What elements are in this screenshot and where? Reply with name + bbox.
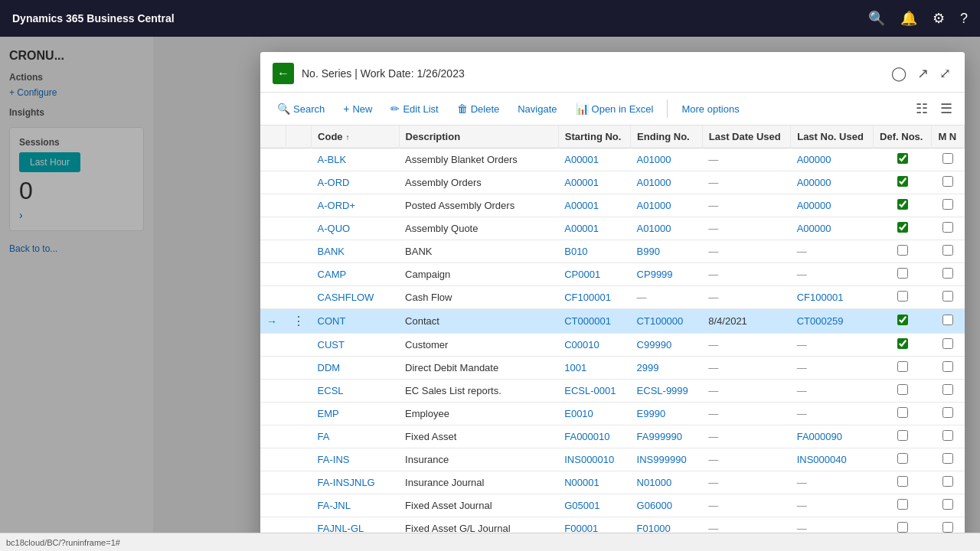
table-row[interactable]: → ⋮ CONT Contact CT000001 CT100000 8/4/2… bbox=[260, 309, 965, 334]
col-header-last-no-used[interactable]: Last No. Used bbox=[791, 126, 874, 148]
col-header-m[interactable]: M N bbox=[932, 126, 965, 148]
m-checkbox[interactable] bbox=[942, 476, 953, 487]
row-code[interactable]: A-QUO bbox=[312, 217, 399, 240]
row-m[interactable] bbox=[932, 403, 965, 425]
def-nos-checkbox[interactable] bbox=[897, 361, 908, 372]
row-m[interactable] bbox=[932, 448, 965, 471]
def-nos-checkbox[interactable] bbox=[897, 153, 908, 164]
m-checkbox[interactable] bbox=[942, 384, 953, 395]
col-header-def-nos[interactable]: Def. Nos. bbox=[874, 126, 932, 148]
row-code[interactable]: DDM bbox=[312, 357, 399, 380]
m-checkbox[interactable] bbox=[942, 338, 953, 349]
row-code[interactable]: EMP bbox=[312, 403, 399, 425]
table-row[interactable]: CUST Customer C00010 C99990 — — bbox=[260, 334, 965, 357]
def-nos-checkbox[interactable] bbox=[897, 315, 908, 325]
search-button[interactable]: 🔍 Search bbox=[270, 99, 332, 119]
more-options-button[interactable]: More options bbox=[674, 99, 746, 119]
help-icon[interactable]: ? bbox=[960, 11, 968, 27]
table-row[interactable]: A-ORD+ Posted Assembly Orders A00001 A01… bbox=[260, 194, 965, 217]
row-def-nos[interactable] bbox=[874, 494, 932, 517]
row-code[interactable]: BANK bbox=[312, 240, 399, 263]
row-def-nos[interactable] bbox=[874, 357, 932, 380]
m-checkbox[interactable] bbox=[942, 430, 953, 441]
table-row[interactable]: CAMP Campaign CP0001 CP9999 — — bbox=[260, 263, 965, 286]
row-def-nos[interactable] bbox=[874, 194, 932, 217]
row-m[interactable] bbox=[932, 309, 965, 334]
row-code[interactable]: CONT bbox=[312, 309, 399, 334]
delete-button[interactable]: 🗑 Delete bbox=[449, 99, 508, 119]
row-m[interactable] bbox=[932, 286, 965, 309]
col-header-description[interactable]: Description bbox=[399, 126, 558, 148]
def-nos-checkbox[interactable] bbox=[897, 522, 908, 533]
m-checkbox[interactable] bbox=[942, 222, 953, 233]
row-code[interactable]: FA bbox=[312, 425, 399, 448]
expand-icon[interactable]: ⤢ bbox=[938, 64, 952, 83]
def-nos-checkbox[interactable] bbox=[897, 268, 908, 279]
m-checkbox[interactable] bbox=[942, 245, 953, 256]
row-code[interactable]: CUST bbox=[312, 334, 399, 357]
table-row[interactable]: EMP Employee E0010 E9990 — — bbox=[260, 403, 965, 425]
m-checkbox[interactable] bbox=[942, 291, 953, 302]
row-m[interactable] bbox=[932, 471, 965, 494]
row-def-nos[interactable] bbox=[874, 425, 932, 448]
row-m[interactable] bbox=[932, 217, 965, 240]
def-nos-checkbox[interactable] bbox=[897, 384, 908, 395]
def-nos-checkbox[interactable] bbox=[897, 453, 908, 464]
row-def-nos[interactable] bbox=[874, 380, 932, 403]
col-header-last-date-used[interactable]: Last Date Used bbox=[702, 126, 790, 148]
m-checkbox[interactable] bbox=[942, 315, 953, 325]
def-nos-checkbox[interactable] bbox=[897, 430, 908, 441]
row-code[interactable]: FA-INS bbox=[312, 448, 399, 471]
def-nos-checkbox[interactable] bbox=[897, 476, 908, 487]
bookmark-icon[interactable]: ◯ bbox=[890, 64, 908, 83]
m-checkbox[interactable] bbox=[942, 268, 953, 279]
row-m[interactable] bbox=[932, 240, 965, 263]
row-def-nos[interactable] bbox=[874, 171, 932, 194]
row-m[interactable] bbox=[932, 263, 965, 286]
row-def-nos[interactable] bbox=[874, 471, 932, 494]
def-nos-checkbox[interactable] bbox=[897, 245, 908, 256]
row-code[interactable]: FA-JNL bbox=[312, 494, 399, 517]
row-def-nos[interactable] bbox=[874, 217, 932, 240]
modal-back-button[interactable]: ← bbox=[273, 63, 294, 84]
m-checkbox[interactable] bbox=[942, 522, 953, 533]
table-row[interactable]: A-BLK Assembly Blanket Orders A00001 A01… bbox=[260, 148, 965, 171]
m-checkbox[interactable] bbox=[942, 176, 953, 187]
popout-icon[interactable]: ↗ bbox=[916, 64, 930, 83]
row-code[interactable]: CAMP bbox=[312, 263, 399, 286]
row-def-nos[interactable] bbox=[874, 148, 932, 171]
def-nos-checkbox[interactable] bbox=[897, 222, 908, 233]
open-excel-button[interactable]: 📊 Open in Excel bbox=[568, 99, 662, 119]
search-icon[interactable]: 🔍 bbox=[868, 10, 885, 27]
m-checkbox[interactable] bbox=[942, 453, 953, 464]
row-def-nos[interactable] bbox=[874, 286, 932, 309]
edit-list-button[interactable]: ✏ Edit List bbox=[383, 99, 446, 119]
row-def-nos[interactable] bbox=[874, 334, 932, 357]
navigate-button[interactable]: Navigate bbox=[510, 99, 564, 119]
bell-icon[interactable]: 🔔 bbox=[900, 10, 917, 27]
col-header-code[interactable]: Code↑ bbox=[312, 126, 399, 148]
row-m[interactable] bbox=[932, 425, 965, 448]
def-nos-checkbox[interactable] bbox=[897, 176, 908, 187]
col-header-ending-no[interactable]: Ending No. bbox=[631, 126, 703, 148]
table-row[interactable]: FA-JNL Fixed Asset Journal G05001 G06000… bbox=[260, 494, 965, 517]
def-nos-checkbox[interactable] bbox=[897, 199, 908, 210]
row-m[interactable] bbox=[932, 357, 965, 380]
row-code[interactable]: FA-INSJNLG bbox=[312, 471, 399, 494]
table-row[interactable]: FA-INS Insurance INS000010 INS999990 — I… bbox=[260, 448, 965, 471]
table-row[interactable]: FA Fixed Asset FA000010 FA999990 — FA000… bbox=[260, 425, 965, 448]
row-code[interactable]: CASHFLOW bbox=[312, 286, 399, 309]
m-checkbox[interactable] bbox=[942, 407, 953, 418]
row-def-nos[interactable] bbox=[874, 263, 932, 286]
col-header-starting-no[interactable]: Starting No. bbox=[558, 126, 630, 148]
row-m[interactable] bbox=[932, 380, 965, 403]
table-row[interactable]: A-QUO Assembly Quote A00001 A01000 — A00… bbox=[260, 217, 965, 240]
row-code[interactable]: ECSL bbox=[312, 380, 399, 403]
row-m[interactable] bbox=[932, 171, 965, 194]
row-code[interactable]: A-ORD+ bbox=[312, 194, 399, 217]
row-m[interactable] bbox=[932, 334, 965, 357]
def-nos-checkbox[interactable] bbox=[897, 407, 908, 418]
table-row[interactable]: CASHFLOW Cash Flow CF100001 — — CF100001 bbox=[260, 286, 965, 309]
columns-button[interactable]: ☰ bbox=[937, 97, 956, 120]
table-row[interactable]: A-ORD Assembly Orders A00001 A01000 — A0… bbox=[260, 171, 965, 194]
